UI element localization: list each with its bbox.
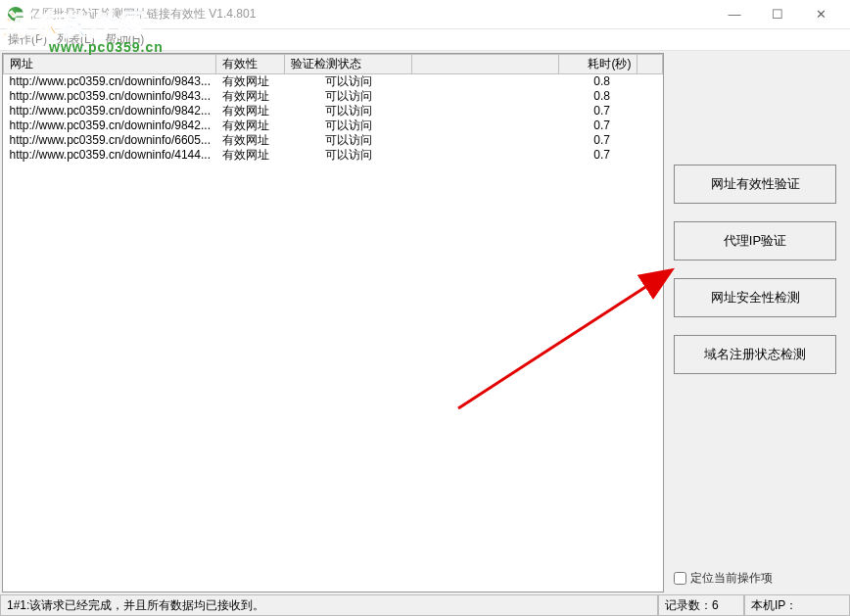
- table-row[interactable]: http://www.pc0359.cn/downinfo/4144...有效网…: [4, 148, 663, 163]
- cell-valid: 有效网址: [216, 74, 285, 90]
- cell-valid: 有效网址: [216, 104, 285, 118]
- locate-current-label: 定位当前操作项: [690, 570, 773, 587]
- status-message: 1#1:该请求已经完成，并且所有数据均已接收到。: [0, 595, 658, 616]
- table-row[interactable]: http://www.pc0359.cn/downinfo/9842...有效网…: [4, 104, 663, 118]
- cell-status: 可以访问: [285, 148, 412, 163]
- locate-current-checkbox[interactable]: [674, 572, 686, 585]
- table-row[interactable]: http://www.pc0359.cn/downinfo/9843...有效网…: [4, 74, 663, 90]
- cell-time: 0.8: [559, 89, 638, 104]
- side-panel: 网址有效性验证 代理IP验证 网址安全性检测 域名注册状态检测 定位当前操作项: [666, 51, 850, 594]
- window-title: 亿愿批量验证检测网址链接有效性 V1.4.801: [29, 6, 713, 23]
- app-icon: [8, 7, 24, 23]
- cell-valid: 有效网址: [216, 89, 285, 104]
- titlebar: 亿愿批量验证检测网址链接有效性 V1.4.801 — ☐ ✕: [0, 0, 850, 29]
- cell-url: http://www.pc0359.cn/downinfo/4144...: [4, 148, 216, 163]
- cell-status: 可以访问: [285, 104, 412, 118]
- status-ip: 本机IP：: [744, 595, 850, 616]
- close-button[interactable]: ✕: [799, 1, 842, 28]
- menu-list[interactable]: 列表(L): [57, 31, 95, 48]
- col-valid[interactable]: 有效性: [216, 55, 285, 74]
- table-row[interactable]: http://www.pc0359.cn/downinfo/6605...有效网…: [4, 133, 663, 148]
- domain-check-button[interactable]: 域名注册状态检测: [674, 335, 836, 374]
- results-table-wrap[interactable]: 网址 有效性 验证检测状态 耗时(秒) http://www.pc0359.cn…: [2, 53, 664, 592]
- validate-proxy-button[interactable]: 代理IP验证: [674, 221, 836, 261]
- table-row[interactable]: http://www.pc0359.cn/downinfo/9842...有效网…: [4, 118, 663, 133]
- col-time[interactable]: 耗时(秒): [559, 55, 638, 74]
- menu-help[interactable]: 帮助(H): [105, 31, 145, 48]
- cell-url: http://www.pc0359.cn/downinfo/9843...: [4, 89, 216, 104]
- cell-status: 可以访问: [285, 74, 412, 90]
- cell-valid: 有效网址: [216, 118, 285, 133]
- menubar: 操作(P) 列表(L) 帮助(H): [0, 29, 850, 51]
- cell-valid: 有效网址: [216, 148, 285, 163]
- minimize-button[interactable]: —: [713, 1, 756, 28]
- cell-url: http://www.pc0359.cn/downinfo/9842...: [4, 118, 216, 133]
- cell-status: 可以访问: [285, 133, 412, 148]
- cell-time: 0.7: [559, 133, 638, 148]
- table-row[interactable]: http://www.pc0359.cn/downinfo/9843...有效网…: [4, 89, 663, 104]
- validate-url-button[interactable]: 网址有效性验证: [674, 165, 836, 204]
- status-records: 记录数：6: [658, 595, 744, 616]
- results-table: 网址 有效性 验证检测状态 耗时(秒) http://www.pc0359.cn…: [3, 54, 663, 163]
- cell-status: 可以访问: [285, 118, 412, 133]
- col-url[interactable]: 网址: [4, 55, 216, 74]
- menu-file[interactable]: 操作(P): [8, 31, 47, 48]
- cell-time: 0.7: [559, 104, 638, 118]
- cell-time: 0.7: [559, 118, 638, 133]
- col-tail: [638, 55, 663, 74]
- col-status[interactable]: 验证检测状态: [285, 55, 412, 74]
- statusbar: 1#1:该请求已经完成，并且所有数据均已接收到。 记录数：6 本机IP：: [0, 594, 850, 616]
- security-check-button[interactable]: 网址安全性检测: [674, 278, 836, 317]
- cell-time: 0.7: [559, 148, 638, 163]
- col-spacer: [412, 55, 559, 74]
- cell-url: http://www.pc0359.cn/downinfo/6605...: [4, 133, 216, 148]
- cell-url: http://www.pc0359.cn/downinfo/9843...: [4, 74, 216, 90]
- cell-valid: 有效网址: [216, 133, 285, 148]
- cell-time: 0.8: [559, 74, 638, 90]
- cell-url: http://www.pc0359.cn/downinfo/9842...: [4, 104, 216, 118]
- maximize-button[interactable]: ☐: [756, 1, 799, 28]
- locate-current-checkbox-row[interactable]: 定位当前操作项: [674, 570, 836, 587]
- cell-status: 可以访问: [285, 89, 412, 104]
